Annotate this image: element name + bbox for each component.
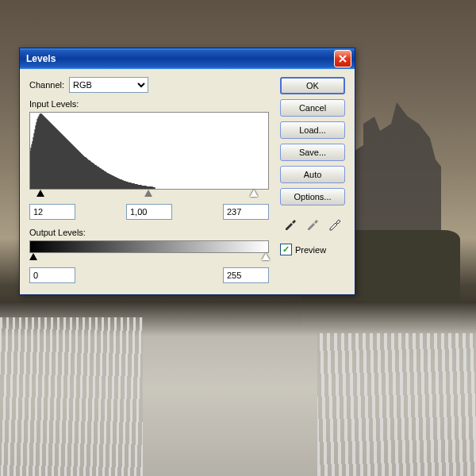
input-white-slider[interactable]	[250, 190, 258, 197]
output-white-slider[interactable]	[262, 253, 270, 260]
histogram	[29, 112, 269, 190]
save-button[interactable]: Save...	[280, 144, 345, 161]
dialog-content: Channel: RGB Input Levels: Output Levels…	[20, 69, 355, 294]
close-button[interactable]	[334, 50, 351, 67]
input-values-row	[29, 204, 269, 220]
input-mid-field[interactable]	[126, 204, 172, 220]
load-button[interactable]: Load...	[280, 121, 345, 139]
input-black-field[interactable]	[29, 204, 75, 220]
output-gradient	[29, 240, 269, 253]
preview-checkbox[interactable]: ✓	[280, 244, 292, 255]
input-white-field[interactable]	[223, 204, 269, 220]
preview-row: ✓ Preview	[280, 244, 345, 255]
background-castle	[341, 95, 452, 238]
channel-row: Channel: RGB	[29, 77, 269, 93]
channel-select[interactable]: RGB	[69, 77, 148, 93]
preview-label: Preview	[295, 245, 326, 255]
input-gray-slider[interactable]	[144, 190, 152, 197]
eyedropper-black-icon[interactable]	[283, 217, 298, 231]
input-levels-label: Input Levels:	[29, 99, 269, 109]
channel-label: Channel:	[29, 80, 64, 90]
options-button[interactable]: Options...	[280, 188, 345, 205]
input-black-slider[interactable]	[36, 190, 44, 197]
titlebar[interactable]: Levels	[20, 48, 355, 69]
eyedropper-white-icon[interactable]	[328, 217, 342, 231]
eyedropper-gray-icon[interactable]	[305, 217, 320, 231]
auto-button[interactable]: Auto	[280, 166, 345, 183]
background-waterfall	[0, 301, 476, 476]
ok-button[interactable]: OK	[280, 77, 345, 94]
close-icon	[339, 55, 347, 63]
right-panel: OK Cancel Load... Save... Auto Options..…	[280, 77, 345, 283]
output-slider-track[interactable]	[29, 253, 269, 263]
left-panel: Channel: RGB Input Levels: Output Levels…	[29, 77, 269, 283]
eyedropper-row	[280, 217, 345, 231]
levels-dialog: Levels Channel: RGB Input Levels:	[19, 48, 355, 295]
output-black-slider[interactable]	[29, 253, 37, 260]
histogram-bars	[30, 113, 155, 189]
output-values-row	[29, 267, 269, 283]
output-levels-label: Output Levels:	[29, 228, 269, 237]
output-white-field[interactable]	[223, 267, 269, 283]
output-black-field[interactable]	[29, 267, 75, 283]
input-slider-track[interactable]	[29, 190, 269, 199]
dialog-title: Levels	[23, 53, 334, 64]
cancel-button[interactable]: Cancel	[280, 99, 345, 117]
